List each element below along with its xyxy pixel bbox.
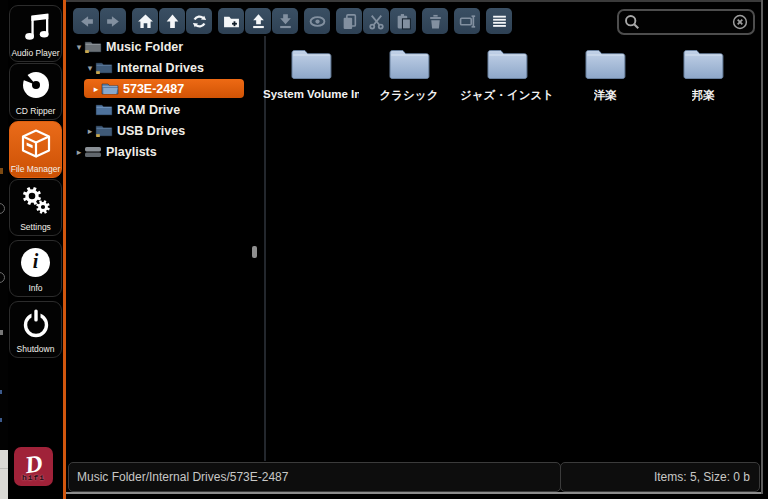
- copy-icon: [341, 13, 358, 30]
- background-window-fragment: [0, 168, 3, 174]
- rename-icon: [459, 13, 476, 30]
- file-item[interactable]: 洋楽: [556, 40, 654, 114]
- folder-icon: [680, 40, 726, 82]
- tree-expanded-arrow-icon[interactable]: ▾: [85, 63, 95, 73]
- file-item[interactable]: クラシック: [360, 40, 458, 114]
- sidebar-item-label: File Manager: [11, 164, 61, 177]
- tree-expanded-arrow-icon[interactable]: ▾: [74, 42, 84, 52]
- sidebar-item-info[interactable]: i Info: [9, 240, 62, 297]
- sidebar: Audio Player CD Ripper File Manager Sett…: [8, 0, 63, 499]
- rename-button[interactable]: [454, 8, 480, 34]
- search-icon: [624, 14, 641, 31]
- sidebar-item-label: CD Ripper: [16, 106, 56, 119]
- back-button[interactable]: [73, 8, 99, 34]
- file-item-label: System Volume In...: [263, 88, 359, 100]
- background-window-fragment: [0, 330, 3, 335]
- tree-item-label: USB Drives: [117, 124, 185, 138]
- home-icon: [137, 13, 154, 30]
- tree-item-music-folder[interactable]: ▾Music Folder: [68, 36, 264, 57]
- folder-dark-icon: [95, 60, 116, 75]
- file-item-label: 洋楽: [594, 88, 617, 103]
- sidebar-item-audio-player[interactable]: Audio Player: [9, 5, 62, 62]
- window-right-border: [761, 0, 763, 494]
- sidebar-item-label: Shutdown: [17, 344, 55, 357]
- daphile-logo: D hifi: [14, 447, 53, 486]
- home-button[interactable]: [132, 8, 158, 34]
- toolbar: [73, 8, 513, 34]
- statusbar-path: Music Folder/Internal Drives/573E-2487: [68, 462, 561, 492]
- pane-splitter-handle[interactable]: [252, 246, 257, 258]
- tree-item-internal-drives[interactable]: ▾Internal Drives: [68, 57, 264, 78]
- up-button[interactable]: [159, 8, 185, 34]
- tree-collapsed-arrow-icon[interactable]: ▸: [74, 147, 84, 157]
- logo-letter: D: [24, 452, 44, 474]
- tree-item-label: Music Folder: [106, 40, 183, 54]
- folder-plus-icon: [223, 13, 240, 30]
- music-root-icon: [84, 39, 105, 54]
- tree-item-usb-drives[interactable]: ▸USB Drives: [68, 120, 264, 141]
- folder-dark-icon: [95, 123, 116, 138]
- file-item[interactable]: 邦楽: [654, 40, 752, 114]
- tree-item-label: Internal Drives: [117, 61, 204, 75]
- search-box: [617, 9, 755, 35]
- copy-button[interactable]: [336, 8, 362, 34]
- forward-button[interactable]: [100, 8, 126, 34]
- file-item[interactable]: System Volume In...: [262, 40, 360, 114]
- upload-button[interactable]: [245, 8, 271, 34]
- new-folder-button[interactable]: [218, 8, 244, 34]
- trash-icon: [427, 13, 444, 30]
- search-input[interactable]: [641, 14, 732, 30]
- list-view-button[interactable]: [486, 8, 512, 34]
- folder-tree: ▾Music Folder▾Internal Drives▸573E-2487R…: [68, 36, 264, 162]
- folder-open-icon: [101, 81, 122, 96]
- sidebar-item-cd-ripper[interactable]: CD Ripper: [9, 63, 62, 120]
- folder-icon: [582, 40, 628, 82]
- statusbar-summary: Items: 5, Size: 0 b: [560, 462, 760, 492]
- folder-blue-icon: [95, 102, 116, 117]
- refresh-button[interactable]: [186, 8, 212, 34]
- info-icon: i: [10, 241, 61, 283]
- eye-icon: [309, 13, 326, 30]
- statusbar: Music Folder/Internal Drives/573E-2487 I…: [68, 462, 760, 492]
- tree-collapsed-arrow-icon[interactable]: ▸: [85, 126, 95, 136]
- delete-button[interactable]: [422, 8, 448, 34]
- background-window-fragment: [0, 390, 2, 394]
- cd-icon: [10, 64, 61, 106]
- tree-collapsed-arrow-icon[interactable]: ▸: [91, 84, 101, 94]
- window-top-border: [66, 0, 763, 2]
- arrow-left-icon: [78, 13, 95, 30]
- sidebar-item-label: Info: [28, 283, 42, 296]
- window-bottom-border: [66, 492, 763, 494]
- file-item[interactable]: ジャズ・インスト: [458, 40, 556, 114]
- list-icon: [491, 13, 508, 30]
- box-icon: [10, 122, 61, 164]
- download-button[interactable]: [272, 8, 298, 34]
- sidebar-item-settings[interactable]: Settings: [9, 179, 62, 236]
- upload-icon: [250, 13, 267, 30]
- arrow-up-icon: [164, 13, 181, 30]
- tree-item-573e-2487[interactable]: ▸573E-2487: [68, 78, 264, 99]
- gears-icon: [10, 180, 61, 222]
- tree-item-label: Playlists: [106, 145, 157, 159]
- folder-icon: [386, 40, 432, 82]
- sidebar-item-shutdown[interactable]: Shutdown: [9, 301, 62, 358]
- refresh-icon: [191, 13, 208, 30]
- cut-button[interactable]: [363, 8, 389, 34]
- file-item-label: ジャズ・インスト: [460, 88, 554, 103]
- paste-button[interactable]: [390, 8, 416, 34]
- preview-button[interactable]: [304, 8, 330, 34]
- search-clear-icon[interactable]: [732, 14, 748, 30]
- background-window-fragment: [0, 272, 5, 283]
- tree-item-playlists[interactable]: ▸Playlists: [68, 141, 264, 162]
- folder-icon: [288, 40, 334, 82]
- sidebar-item-file-manager[interactable]: File Manager: [9, 121, 62, 178]
- tree-item-ram-drive[interactable]: RAM Drive: [68, 99, 264, 120]
- tree-item-label: 573E-2487: [123, 82, 184, 96]
- sidebar-item-label: Audio Player: [11, 48, 59, 61]
- tree-item-label: RAM Drive: [117, 103, 180, 117]
- sidebar-item-label: Settings: [20, 222, 51, 235]
- file-item-label: 邦楽: [692, 88, 715, 103]
- background-window-fragment: [0, 203, 5, 214]
- power-icon: [10, 302, 61, 344]
- clipboard-icon: [395, 13, 412, 30]
